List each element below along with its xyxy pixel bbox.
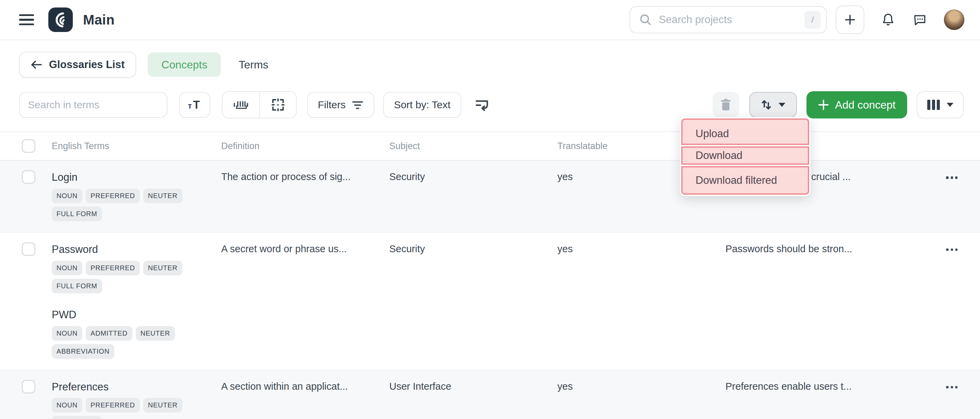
term-badge: NOUN xyxy=(52,261,82,276)
term-badge: FULL FORM xyxy=(52,279,102,293)
menu-item-download-filtered[interactable]: Download filtered xyxy=(681,166,809,195)
note-cell: Preferences enable users t... xyxy=(725,380,926,419)
match-case-icon: т T xyxy=(187,99,202,111)
text-wrap-icon xyxy=(474,98,489,112)
subject-cell: Security xyxy=(389,170,557,221)
import-export-menu: Upload Download Download filtered xyxy=(680,117,811,196)
match-case-button[interactable]: т T xyxy=(179,92,210,118)
term-badge: NEUTER xyxy=(143,188,182,203)
table-header-row: English Terms Definition Subject Transla… xyxy=(0,131,980,161)
table-row[interactable]: Login NOUN PREFERRED NEUTER FULL FORM Th… xyxy=(0,161,980,232)
chevron-down-icon xyxy=(778,103,785,107)
chevron-down-icon xyxy=(947,103,953,107)
term-block: Preferences NOUN PREFERRED NEUTER FULL F… xyxy=(52,380,215,419)
user-avatar[interactable] xyxy=(944,10,964,30)
term-badges: NOUN PREFERRED NEUTER FULL FORM xyxy=(52,398,214,419)
glossary-nav: Glossaries List Concepts Terms xyxy=(19,52,980,78)
menu-item-upload[interactable]: Upload xyxy=(681,118,809,145)
row-checkbox[interactable] xyxy=(22,170,35,184)
term-badges: NOUN PREFERRED NEUTER FULL FORM xyxy=(52,261,214,293)
row-checkbox[interactable] xyxy=(22,380,35,394)
term-title: PWD xyxy=(52,308,215,322)
term-badge: PREFERRED xyxy=(86,398,140,413)
filters-button-label: Filters xyxy=(318,99,346,111)
column-header-definition: Definition xyxy=(221,141,389,151)
notifications-button[interactable] xyxy=(881,12,896,27)
up-down-arrows-icon xyxy=(761,99,772,111)
messages-button[interactable] xyxy=(912,12,928,27)
row-actions-menu-button[interactable] xyxy=(946,245,958,255)
menu-item-download[interactable]: Download xyxy=(681,147,809,165)
project-search[interactable]: / xyxy=(630,6,827,33)
table-row[interactable]: Preferences NOUN PREFERRED NEUTER FULL F… xyxy=(0,370,980,419)
search-in-terms-input[interactable] xyxy=(28,99,159,111)
term-badges: NOUN PREFERRED NEUTER FULL FORM xyxy=(52,188,214,221)
translatable-cell: yes xyxy=(557,380,725,419)
plus-icon xyxy=(818,99,829,110)
term-title: Login xyxy=(52,170,215,185)
columns-settings-button[interactable] xyxy=(917,91,964,118)
filter-lines-icon xyxy=(352,100,363,110)
barcode-icon xyxy=(233,98,249,112)
plus-icon xyxy=(843,13,857,27)
term-block: Password NOUN PREFERRED NEUTER FULL FORM xyxy=(52,242,215,293)
concepts-toolbar: т T xyxy=(0,91,980,118)
sort-by-button[interactable]: Sort by: Text xyxy=(383,92,461,118)
term-badge: NOUN xyxy=(52,188,82,203)
app-logo[interactable] xyxy=(48,8,73,32)
term-badge: ABBREVIATION xyxy=(52,344,115,359)
chat-bubble-icon xyxy=(912,12,928,27)
sort-by-button-label: Sort by: Text xyxy=(394,99,450,111)
back-to-glossaries-button[interactable]: Glossaries List xyxy=(19,52,136,78)
trash-icon xyxy=(720,98,732,111)
page-title: Main xyxy=(83,12,115,27)
app-window: Main / xyxy=(0,0,980,419)
create-project-button[interactable] xyxy=(836,5,864,34)
select-all-checkbox[interactable] xyxy=(22,139,35,153)
selection-frame-icon xyxy=(270,97,285,112)
tab-terms[interactable]: Terms xyxy=(239,59,268,71)
top-bar-right: / xyxy=(630,5,964,34)
add-concept-label: Add concept xyxy=(835,99,896,111)
term-badge: FULL FORM xyxy=(52,416,102,419)
translatable-cell: yes xyxy=(557,242,725,359)
exact-selection-button[interactable] xyxy=(259,92,296,118)
note-cell: Passwords should be stron... xyxy=(725,242,926,359)
definition-cell: A secret word or phrase us... xyxy=(221,242,389,359)
term-badge: NEUTER xyxy=(143,398,182,413)
term-badges: NOUN ADMITTED NEUTER ABBREVIATION xyxy=(52,326,214,359)
term-block: Login NOUN PREFERRED NEUTER FULL FORM xyxy=(52,170,215,221)
search-projects-input[interactable] xyxy=(659,14,804,26)
tab-concepts[interactable]: Concepts xyxy=(148,53,221,77)
search-icon xyxy=(639,13,652,26)
term-badge: ADMITTED xyxy=(86,326,132,341)
table-row[interactable]: Password NOUN PREFERRED NEUTER FULL FORM… xyxy=(0,232,980,370)
term-badge: PREFERRED xyxy=(86,261,140,276)
filters-button[interactable]: Filters xyxy=(307,92,374,118)
back-button-label: Glossaries List xyxy=(49,59,124,71)
delete-concepts-button[interactable] xyxy=(713,92,739,118)
toolbar-right-group: Add concept xyxy=(713,91,964,118)
term-badge: FULL FORM xyxy=(52,207,102,221)
hamburger-menu-icon[interactable] xyxy=(19,14,34,25)
row-checkbox[interactable] xyxy=(22,242,35,256)
column-header-subject: Subject xyxy=(389,141,557,151)
top-bar: Main / xyxy=(0,0,980,40)
term-block: PWD NOUN ADMITTED NEUTER ABBREVIATION xyxy=(52,308,215,359)
whole-phrase-button[interactable] xyxy=(223,92,259,118)
terms-search[interactable] xyxy=(19,92,167,118)
term-badge: NOUN xyxy=(52,398,82,413)
term-badge: NOUN xyxy=(52,326,82,341)
import-export-dropdown-button[interactable] xyxy=(749,92,797,118)
subject-cell: Security xyxy=(389,242,557,359)
row-actions-menu-button[interactable] xyxy=(946,382,958,392)
arrow-left-icon xyxy=(30,60,42,69)
add-concept-button[interactable]: Add concept xyxy=(807,91,907,118)
svg-text:т: т xyxy=(188,102,192,110)
term-title: Password xyxy=(52,242,215,256)
term-badge: NEUTER xyxy=(136,326,175,341)
search-shortcut-hint: / xyxy=(804,11,821,29)
row-actions-menu-button[interactable] xyxy=(946,173,958,182)
wrap-lines-button[interactable] xyxy=(474,98,489,112)
term-title: Preferences xyxy=(52,380,215,394)
